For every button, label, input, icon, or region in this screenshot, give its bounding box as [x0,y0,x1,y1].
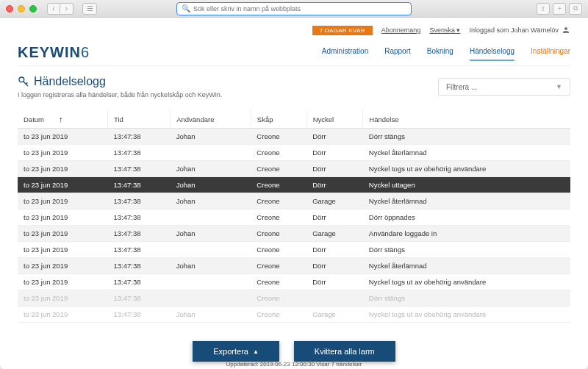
event-table: Datum↑ Tid Andvändare Skåp Nyckel Händel… [18,110,570,323]
cell-key: Garage [306,307,363,323]
cell-user [171,274,251,290]
cell-event: Nyckel återlämnad [363,193,570,209]
cell-time: 13:47:38 [108,242,171,258]
table-row[interactable]: to 23 jun 201913:47:38CreoneDörr stängs [18,290,570,307]
cell-cabinet: Creone [251,307,306,323]
cell-date: to 23 jun 2019 [18,209,108,226]
filter-dropdown[interactable]: Filtrera ... ▼ [438,78,570,96]
cell-date: to 23 jun 2019 [18,307,108,323]
cell-user: Johan [171,129,251,145]
maximize-window-icon[interactable] [29,5,37,12]
cell-cabinet: Creone [251,161,306,177]
nav-buttons: ‹ › [47,3,74,15]
url-input[interactable] [193,5,406,12]
ack-all-alarms-button[interactable]: Kvittera alla larm [294,341,395,362]
forward-button[interactable]: › [60,3,74,15]
share-icon[interactable]: ⇧ [537,3,550,15]
table-row[interactable]: to 23 jun 201913:47:38CreoneDörrDörr stä… [18,242,570,258]
table-row[interactable]: to 23 jun 201913:47:38JohanCreoneDörrNyc… [18,161,570,177]
cell-time: 13:47:38 [108,258,171,274]
cell-time: 13:47:38 [108,129,171,145]
cell-event: Nyckel återlämnad [363,258,570,274]
close-window-icon[interactable] [6,5,13,12]
col-time[interactable]: Tid [108,110,171,129]
nav-rapport[interactable]: Rapport [384,47,411,61]
tabs-icon[interactable]: ⧉ [569,3,582,15]
cell-key: Garage [306,193,363,209]
nav-handelselogg[interactable]: Händelselogg [470,47,514,61]
cell-key: Garage [306,226,363,242]
svg-line-1 [24,82,28,86]
col-date[interactable]: Datum↑ [18,110,108,129]
url-bar[interactable]: 🔍 [176,2,412,15]
browser-window: ‹ › ☰ 🔍 ⇧ ＋ ⧉ 7 DAGAR KVAR Abonnemang Sv… [0,0,588,369]
sidebar-toggle-icon[interactable]: ☰ [82,3,97,15]
event-table-wrap: Datum↑ Tid Andvändare Skåp Nyckel Händel… [18,110,570,369]
col-user[interactable]: Andvändare [171,110,251,129]
new-tab-icon[interactable]: ＋ [553,3,566,15]
table-row[interactable]: to 23 jun 201913:47:38CreoneDörrNyckel t… [18,274,570,290]
cell-user: Johan [171,258,251,274]
cell-time: 13:47:38 [108,290,171,307]
table-row[interactable]: to 23 jun 201913:47:38JohanCreoneDörrNyc… [18,177,570,193]
cell-cabinet: Creone [251,145,306,161]
cell-date: to 23 jun 2019 [18,226,108,242]
page-header: Händelselogg I loggen registreras alla h… [18,75,570,98]
cell-event: Användare loggade in [363,226,570,242]
cell-time: 13:47:38 [108,274,171,290]
cell-cabinet: Creone [251,193,306,209]
filter-label: Filtrera ... [446,83,477,91]
user-chip[interactable]: Inloggad som Johan Wärnelöv [469,26,570,35]
table-row[interactable]: to 23 jun 201913:47:38JohanCreoneGarageN… [18,307,570,323]
table-row[interactable]: to 23 jun 201913:47:38JohanCreoneGarageN… [18,193,570,209]
table-row[interactable]: to 23 jun 201913:47:38JohanCreoneDörrNyc… [18,258,570,274]
page-content: 7 DAGAR KVAR Abonnemang Svenska ▾ Inlogg… [0,18,588,369]
cell-user [171,145,251,161]
cell-cabinet: Creone [251,177,306,193]
cell-date: to 23 jun 2019 [18,129,108,145]
cell-time: 13:47:38 [108,226,171,242]
nav-installningar[interactable]: Inställningar [531,47,570,61]
back-button[interactable]: ‹ [47,3,60,15]
cell-event: Nyckel återlämnad [363,145,570,161]
col-event[interactable]: Händelse [363,110,570,129]
subscription-link[interactable]: Abonnemang [381,26,421,34]
col-key[interactable]: Nyckel [306,110,363,129]
cell-key: Dörr [306,242,363,258]
table-row[interactable]: to 23 jun 201913:47:38JohanCreoneGarageA… [18,226,570,242]
cell-event: Nyckel togs ut av obehörig användare [363,161,570,177]
cell-time: 13:47:38 [108,177,171,193]
nav-bokning[interactable]: Bokning [427,47,453,61]
cell-user [171,209,251,226]
cell-date: to 23 jun 2019 [18,242,108,258]
account-topbar: 7 DAGAR KVAR Abonnemang Svenska ▾ Inlogg… [18,24,570,37]
table-row[interactable]: to 23 jun 201913:47:38JohanCreoneDörrDör… [18,129,570,145]
cell-cabinet: Creone [251,258,306,274]
cell-user [171,242,251,258]
cell-cabinet: Creone [251,226,306,242]
nav-administration[interactable]: Administration [322,47,368,61]
page-title: Händelselogg [18,75,222,88]
user-icon [562,26,570,35]
cell-cabinet: Creone [251,242,306,258]
cell-event: Nyckel togs ut av obehörig användare [363,307,570,323]
col-cabinet[interactable]: Skåp [251,110,306,129]
cell-time: 13:47:38 [108,307,171,323]
table-row[interactable]: to 23 jun 201913:47:38CreoneDörrNyckel å… [18,145,570,161]
language-select[interactable]: Svenska ▾ [429,26,460,34]
export-button[interactable]: Exportera▲ [193,341,279,362]
svg-line-2 [26,82,27,84]
cell-date: to 23 jun 2019 [18,177,108,193]
cell-cabinet: Creone [251,274,306,290]
minimize-window-icon[interactable] [18,5,25,12]
cell-date: to 23 jun 2019 [18,193,108,209]
cell-time: 13:47:38 [108,161,171,177]
cell-date: to 23 jun 2019 [18,274,108,290]
cell-user: Johan [171,161,251,177]
cell-time: 13:47:38 [108,145,171,161]
svg-point-0 [19,77,24,82]
cell-key: Dörr [306,177,363,193]
window-controls [6,5,37,12]
cell-key: Dörr [306,274,363,290]
table-row[interactable]: to 23 jun 201913:47:38CreoneDörrDörr öpp… [18,209,570,226]
